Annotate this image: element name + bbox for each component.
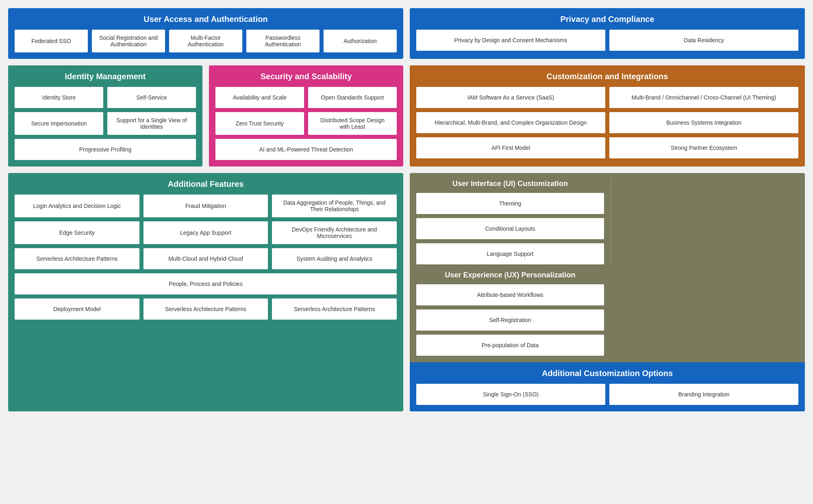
af-title: Additional Features (15, 180, 397, 189)
af-card-11: Serverless Architecture Patterns (143, 299, 268, 320)
af-card-9: People, Process and Policies (15, 273, 397, 294)
im-card-3: Support for a Single View of Identities (107, 112, 196, 135)
ci-section: Customization and Integrations IAM Softw… (410, 65, 805, 167)
ci-card-1: Multi-Brand / Omnichannel / Cross-Channe… (609, 87, 798, 108)
ui-ux-divider (611, 180, 611, 264)
ux-card-0: Attribute-based Workflows (416, 284, 604, 305)
ci-title: Customization and Integrations (416, 72, 798, 81)
im-card-2: Secure Impersonation (15, 112, 103, 135)
af-card-1: Fraud Mitigation (143, 195, 268, 217)
ui-cards: Theming Conditional Layouts Language Sup… (416, 193, 604, 264)
aco-card-0: Single Sign-On (SSO) (416, 384, 605, 405)
pac-section: Privacy and Compliance Privacy by Design… (410, 8, 805, 59)
pac-title: Privacy and Compliance (416, 15, 798, 24)
ui-card-1: Conditional Layouts (416, 218, 604, 239)
im-card-4: Progressive Profiling (15, 139, 196, 160)
im-section: Identity Management Identity Store Self-… (8, 65, 202, 167)
ci-grid: IAM Software As a Service (SaaS) Multi-B… (416, 87, 798, 158)
af-card-2: Data Aggregation of People, Things, and … (272, 195, 397, 217)
ux-cards: Attribute-based Workflows Self-Registrat… (416, 284, 604, 356)
ui-card-0: Theming (416, 193, 604, 214)
ss-card-0: Availability and Scale (215, 87, 304, 108)
ss-card-2: Zero Trust Security (215, 112, 304, 135)
uaa-card-0: Federated SSO (15, 30, 88, 52)
uaa-cards: Federated SSO Social Registration and Au… (15, 30, 397, 52)
af-card-12: Serverless Architecture Patterns (272, 299, 397, 320)
uaa-card-2: Multi-Factor Authentication (169, 30, 242, 52)
ui-title: User Interface (UI) Customization (416, 180, 604, 188)
af-card-5: DevOps Friendly Architecture and Microse… (272, 221, 397, 244)
af-card-8: System Auditing and Analytics (272, 248, 397, 269)
ss-grid: Availability and Scale Open Standards Su… (215, 87, 397, 160)
ui-section: User Interface (UI) Customization Themin… (416, 180, 604, 264)
im-title: Identity Management (15, 72, 196, 81)
ux-card-2: Pre-population of Data (416, 335, 604, 356)
ci-card-2: Hierarchical, Multi-Brand, and Complex O… (416, 112, 605, 133)
ci-card-0: IAM Software As a Service (SaaS) (416, 87, 605, 108)
af-section: Additional Features Login Analytics and … (8, 173, 403, 411)
af-card-6: Serverless Architecture Patterns (15, 248, 139, 269)
uaa-card-3: Passwordless Authentication (246, 30, 320, 52)
ci-card-3: Business Systems Integration (609, 112, 798, 133)
ss-title: Security and Scalability (215, 72, 397, 81)
pac-card-0: Privacy by Design and Consent Mechanisms (416, 30, 605, 51)
af-card-4: Legacy App Support (143, 221, 268, 244)
ss-card-1: Open Standards Support (308, 87, 397, 108)
ss-card-3: Distributed Scope Design with Least (308, 112, 397, 135)
middle-left: Identity Management Identity Store Self-… (8, 65, 403, 167)
im-card-0: Identity Store (15, 87, 103, 108)
aco-card-1: Branding Integration (609, 384, 798, 405)
af-card-0: Login Analytics and Decision Logic (15, 195, 139, 217)
ux-section: User Experience (UX) Personalization Att… (416, 271, 604, 356)
uaa-card-1: Social Registration and Authentication (92, 30, 165, 52)
ss-card-4: AI and ML-Powered Threat Detection (215, 139, 397, 160)
af-grid: Login Analytics and Decision Logic Fraud… (15, 195, 397, 320)
ci-card-4: API First Model (416, 137, 605, 158)
ci-card-5: Strong Partner Ecosystem (609, 137, 798, 158)
uaa-title: User Access and Authentication (15, 15, 397, 24)
ux-card-1: Self-Registration (416, 309, 604, 331)
im-grid: Identity Store Self-Service Secure Imper… (15, 87, 196, 160)
af-card-7: Multi-Cloud and Hybrid-Cloud (143, 248, 268, 269)
ui-card-2: Language Support (416, 243, 604, 264)
af-card-10: Deployment Model (15, 299, 139, 320)
aco-title: Additional Customization Options (416, 369, 798, 378)
pac-cards: Privacy by Design and Consent Mechanisms… (416, 30, 798, 51)
right-bottom: User Interface (UI) Customization Themin… (410, 173, 805, 411)
ss-section: Security and Scalability Availability an… (209, 65, 403, 167)
af-card-3: Edge Security (15, 221, 139, 244)
pac-card-1: Data Residency (609, 30, 798, 51)
ui-ux-row: User Interface (UI) Customization Themin… (410, 173, 805, 362)
im-card-1: Self-Service (107, 87, 196, 108)
uaa-section: User Access and Authentication Federated… (8, 8, 403, 59)
aco-cards: Single Sign-On (SSO) Branding Integratio… (416, 384, 798, 405)
ux-title: User Experience (UX) Personalization (416, 271, 604, 279)
aco-section: Additional Customization Options Single … (410, 362, 805, 411)
uaa-card-4: Authorization (324, 30, 397, 52)
